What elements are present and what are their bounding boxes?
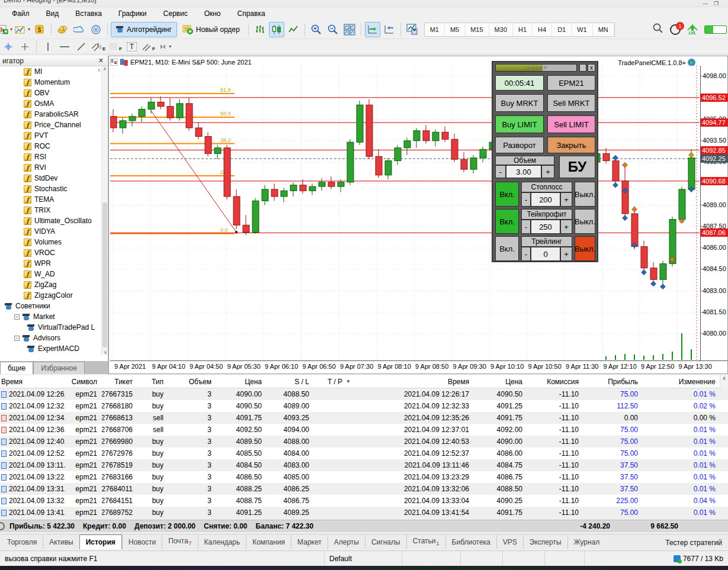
buy-limit-button[interactable]: Buy LIMIT bbox=[495, 115, 544, 133]
nav-item-W_AD[interactable]: ƒW_AD bbox=[0, 269, 102, 279]
trailing-plus-button[interactable]: + bbox=[560, 247, 572, 261]
profiles-icon[interactable]: ▾ bbox=[14, 22, 31, 37]
volume-plus-button[interactable]: + bbox=[541, 165, 554, 178]
nav-item-OBV[interactable]: ƒOBV bbox=[0, 88, 102, 98]
history-row[interactable]: 2021.04.09 12:36...epm21127668706sell340… bbox=[0, 424, 728, 436]
history-row[interactable]: 2021.04.09 12:26...epm21127667315buy3409… bbox=[0, 388, 728, 400]
column-header-Символ[interactable]: Символ bbox=[65, 375, 102, 388]
takeprofit-minus-button[interactable]: - bbox=[521, 220, 531, 234]
table-scrollbar[interactable]: ∧ bbox=[720, 375, 728, 388]
history-row[interactable]: 2021.04.09 13:11...epm21127678519buy3408… bbox=[0, 459, 728, 471]
tab-Алерты[interactable]: Алерты bbox=[328, 535, 365, 549]
nav-item-VROC[interactable]: ƒVROC bbox=[0, 247, 102, 258]
candlestick-chart-icon[interactable] bbox=[269, 22, 284, 37]
parallel-channel-icon[interactable]: F bbox=[141, 40, 155, 53]
tab-Почта[interactable]: Почта7 bbox=[162, 534, 197, 549]
nav-item-ExpertMACD[interactable]: ExpertMACD bbox=[0, 343, 102, 354]
cloud-icon[interactable] bbox=[72, 22, 87, 37]
nav-item-Советники[interactable]: Советники bbox=[0, 301, 102, 311]
buy-market-button[interactable]: Buy MRKT bbox=[495, 94, 544, 112]
column-header-Время[interactable]: Время bbox=[355, 375, 474, 388]
stoploss-minus-button[interactable]: - bbox=[521, 192, 531, 207]
tab-VPS[interactable]: VPS bbox=[496, 535, 523, 549]
templates-icon[interactable] bbox=[405, 22, 420, 37]
trailing-on-button[interactable]: Вкл. bbox=[495, 236, 519, 261]
column-header-Прибыль[interactable]: Прибыль bbox=[583, 375, 643, 388]
profile-selector[interactable]: Default bbox=[325, 551, 402, 566]
navigator-tab-common[interactable]: бщие bbox=[0, 362, 33, 374]
history-row[interactable]: 2021.04.09 13:41...epm21127689752buy3409… bbox=[0, 507, 728, 519]
chart-plot-area[interactable]: 61.850.038.223.60.0 bbox=[110, 66, 700, 360]
nav-item-RVI[interactable]: ƒRVI bbox=[0, 162, 102, 173]
nav-item-VirtualTradePad L[interactable]: VirtualTradePad L bbox=[0, 322, 102, 333]
takeprofit-off-button[interactable]: Выкл. bbox=[575, 209, 595, 234]
crosshair-icon[interactable] bbox=[18, 40, 32, 53]
close-position-button[interactable]: Закрыть bbox=[547, 137, 595, 153]
nav-item-Ultimate_Oscillato[interactable]: ƒUltimate_Oscillato bbox=[0, 215, 102, 226]
sell-market-button[interactable]: Sell MRKT bbox=[547, 94, 595, 112]
column-header-Объем[interactable]: Объем bbox=[168, 375, 216, 388]
chart-shift-icon[interactable] bbox=[381, 22, 397, 37]
tab-Новости[interactable]: Новости bbox=[122, 535, 162, 549]
nav-item-WPR[interactable]: ƒWPR bbox=[0, 258, 102, 269]
column-header-Тип[interactable]: Тип bbox=[137, 375, 168, 388]
tab-Сигналы[interactable]: Сигналы bbox=[365, 535, 406, 549]
takeprofit-on-button[interactable]: Вкл. bbox=[495, 209, 519, 234]
timeframe-M5[interactable]: M5 bbox=[445, 23, 465, 36]
timeframe-M1[interactable]: M1 bbox=[425, 23, 445, 36]
timeframe-D1[interactable]: D1 bbox=[552, 23, 572, 36]
nav-item-TRIX[interactable]: ƒTRIX bbox=[0, 205, 102, 215]
history-row[interactable]: 2021.04.09 12:32...epm21127668180buy3409… bbox=[0, 400, 728, 412]
nav-item-VIDYA[interactable]: ƒVIDYA bbox=[0, 226, 102, 237]
menu-Файл[interactable]: Файл bbox=[4, 8, 38, 20]
nav-item-Advisors[interactable]: −Advisors bbox=[0, 333, 102, 343]
nav-item-StdDev[interactable]: ƒStdDev bbox=[0, 173, 102, 183]
stoploss-off-button[interactable]: Выкл. bbox=[575, 182, 595, 207]
menu-Сервис[interactable]: Сервис bbox=[155, 8, 196, 20]
algo-trading-button[interactable]: Алготрейдинг bbox=[111, 22, 177, 37]
time-axis[interactable]: 9 Apr 20219 Apr 04:109 Apr 04:509 Apr 05… bbox=[110, 360, 727, 372]
line-chart-icon[interactable] bbox=[286, 22, 301, 37]
tab-Библиотека[interactable]: Библиотека bbox=[445, 535, 496, 549]
community-avatar-icon[interactable]: 1 bbox=[670, 24, 681, 35]
zoom-out-icon[interactable] bbox=[325, 22, 341, 37]
trailing-minus-button[interactable]: - bbox=[521, 247, 531, 261]
nav-item-PVT[interactable]: ƒPVT bbox=[0, 130, 102, 141]
close-icon[interactable]: ✕ bbox=[97, 57, 105, 65]
column-header-Цена[interactable]: Цена bbox=[216, 375, 267, 388]
text-icon[interactable]: T bbox=[124, 40, 139, 53]
nav-item-ZigZag[interactable]: ƒZigZag bbox=[0, 279, 102, 290]
tab-Активы[interactable]: Активы bbox=[43, 535, 79, 549]
trailing-off-button[interactable]: Выкл. bbox=[575, 236, 595, 261]
minimize-icon[interactable]: — bbox=[703, 1, 708, 7]
auto-scroll-icon[interactable] bbox=[365, 22, 380, 37]
takeprofit-plus-button[interactable]: + bbox=[560, 220, 572, 234]
trailing-value[interactable]: 0 bbox=[531, 247, 560, 261]
fibo-grid-icon[interactable]: F bbox=[108, 40, 122, 53]
column-header-TP[interactable]: T / P▼ bbox=[314, 375, 355, 388]
shapes-dropdown-icon[interactable]: ▾ bbox=[158, 40, 172, 53]
nav-item-Market[interactable]: −Market bbox=[0, 311, 102, 322]
nav-item-RSI[interactable]: ƒRSI bbox=[0, 152, 102, 162]
nav-item-TEMA[interactable]: ƒTEMA bbox=[0, 194, 102, 205]
tab-История[interactable]: История bbox=[79, 534, 122, 549]
scroll-up-icon[interactable]: ∧ bbox=[97, 67, 101, 73]
price-axis[interactable]: 4098.004096.504095.004093.504092.004090.… bbox=[700, 66, 727, 360]
horizontal-line-icon[interactable] bbox=[57, 40, 72, 53]
timeframe-H4[interactable]: H4 bbox=[533, 23, 552, 36]
zoom-in-icon[interactable] bbox=[309, 22, 324, 37]
history-row[interactable]: 2021.04.09 13:22...epm21127683166buy3408… bbox=[0, 471, 728, 483]
new-order-button[interactable]: Новый ордер bbox=[177, 22, 245, 37]
collapse-icon[interactable]: − bbox=[14, 314, 20, 320]
volume-value[interactable]: 3.00 bbox=[506, 165, 541, 178]
symbol-button[interactable]: EPM21 bbox=[547, 75, 595, 91]
history-coins-icon[interactable]: 5 bbox=[55, 22, 70, 37]
vertical-line-icon[interactable] bbox=[41, 40, 55, 53]
timeframe-M15[interactable]: M15 bbox=[465, 23, 489, 36]
nav-item-clipped[interactable] bbox=[0, 354, 102, 355]
lvl-icon[interactable]: LVL bbox=[687, 24, 698, 35]
tab-Компания[interactable]: Компания bbox=[246, 535, 291, 549]
bar-chart-icon[interactable] bbox=[252, 22, 268, 37]
history-row[interactable]: 2021.04.09 12:40...epm21127669980buy3408… bbox=[0, 436, 728, 447]
nav-item-Momentum[interactable]: ƒMomentum bbox=[0, 77, 102, 88]
